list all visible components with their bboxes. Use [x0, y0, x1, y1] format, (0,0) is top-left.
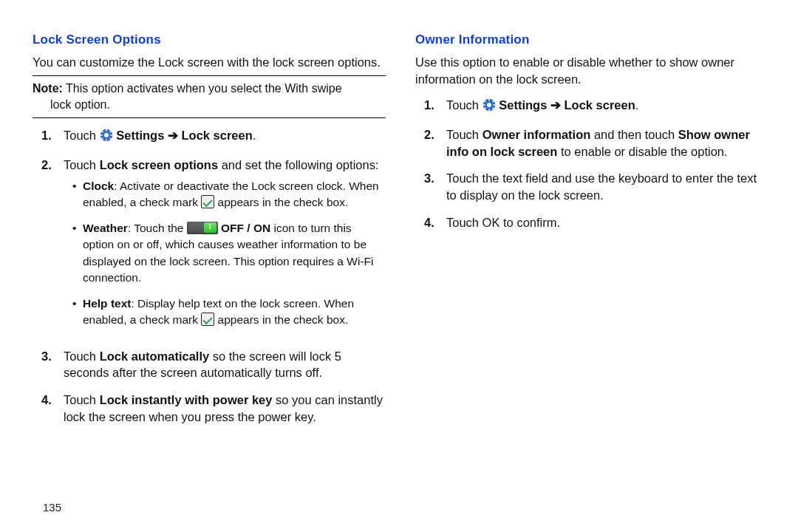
bold-text: Lock screen options [100, 158, 218, 171]
svg-rect-13 [488, 109, 490, 111]
step-number: 2. [41, 157, 52, 174]
step-text: Touch OK to confirm. [446, 216, 560, 229]
bullet-list: Clock: Activate or deactivate the Lock s… [64, 178, 386, 333]
step-item: 2. Touch Owner information and then touc… [424, 126, 768, 166]
svg-rect-12 [488, 99, 490, 101]
step-text: Touch [64, 129, 100, 142]
step-tail: to enable or disable the option. [557, 145, 727, 158]
step-item: 4. Touch Lock instantly with power key s… [41, 392, 386, 432]
note-label: Note: [33, 82, 63, 95]
divider [33, 75, 386, 76]
svg-rect-15 [493, 104, 495, 106]
svg-point-1 [104, 133, 109, 137]
step-text: Touch [446, 128, 482, 141]
step-number: 2. [424, 126, 434, 143]
note-text: This option activates when you select th… [63, 82, 342, 95]
svg-rect-3 [106, 140, 107, 142]
page-number: 135 [43, 500, 61, 516]
step-item: 3. Touch Lock automatically so the scree… [41, 348, 386, 388]
step-item: 1. Touch Settings ➔ Lock screen. [424, 97, 768, 122]
svg-rect-5 [110, 135, 112, 137]
toggle-off-on-icon [187, 222, 218, 234]
svg-rect-14 [482, 104, 485, 106]
svg-point-11 [487, 103, 491, 107]
heading-lock-screen-options: Lock Screen Options [33, 31, 386, 48]
note-block: Note: This option activates when you sel… [33, 81, 386, 113]
bold-text: Lock instantly with power key [100, 393, 273, 406]
bullet-text: : Touch the [128, 222, 187, 234]
bold-text: OFF / ON [218, 222, 270, 234]
bold-lockscreen: Lock screen [564, 98, 635, 112]
steps-list: 1. Touch Settings ➔ Lock screen. 2. Touc… [33, 127, 386, 431]
divider [33, 117, 386, 118]
bullet-item-weather: Weather: Touch the OFF / ON icon to turn… [72, 220, 386, 291]
intro-text: You can customize the Lock screen with t… [33, 54, 386, 71]
intro-text: Use this option to enable or disable whe… [415, 54, 768, 88]
step-number: 3. [424, 170, 434, 187]
step-text: Touch [64, 349, 100, 363]
bullet-text: appears in the check box. [214, 313, 348, 326]
bold-lockscreen: Lock screen [181, 129, 252, 142]
checkmark-icon [201, 195, 214, 208]
step-item: 1. Touch Settings ➔ Lock screen. [41, 127, 386, 152]
arrow-icon: ➔ [547, 98, 564, 112]
manual-page: Lock Screen Options You can customize th… [0, 0, 798, 532]
bold-settings: Settings [116, 129, 164, 142]
step-number: 1. [41, 127, 52, 144]
bullet-item-clock: Clock: Activate or deactivate the Lock s… [72, 178, 386, 216]
step-text: Touch [446, 98, 482, 112]
step-text: Touch [64, 393, 100, 406]
bullet-item-helptext: Help text: Display help text on the lock… [72, 296, 386, 333]
left-column: Lock Screen Options You can customize th… [33, 25, 386, 532]
bullet-head: Help text [83, 297, 131, 310]
step-item: 2. Touch Lock screen options and set the… [41, 157, 386, 344]
step-number: 4. [424, 214, 434, 231]
bold-text: Lock automatically [100, 349, 210, 363]
bold-text: Owner information [482, 128, 591, 141]
heading-owner-information: Owner Information [415, 31, 768, 48]
bold-settings: Settings [499, 98, 547, 112]
svg-rect-4 [100, 135, 102, 137]
settings-gear-icon [100, 129, 113, 146]
step-number: 4. [41, 392, 52, 409]
right-column: Owner Information Use this option to ena… [415, 25, 768, 532]
svg-rect-2 [106, 129, 107, 132]
bullet-text: appears in the check box. [214, 196, 348, 208]
checkmark-icon [201, 313, 214, 326]
bullet-head: Weather [83, 222, 128, 234]
step-item: 3. Touch the text field and use the keyb… [424, 170, 768, 210]
steps-list: 1. Touch Settings ➔ Lock screen. 2. Touc… [415, 97, 768, 237]
step-tail: and set the following options: [218, 158, 378, 171]
step-number: 3. [41, 348, 52, 365]
step-text: Touch the text field and use the keyboar… [446, 171, 757, 202]
note-text-cont: lock option. [33, 97, 386, 113]
step-number: 1. [424, 97, 434, 114]
bullet-head: Clock [83, 180, 114, 192]
settings-gear-icon [482, 98, 496, 116]
step-tail: . [253, 129, 256, 142]
arrow-icon: ➔ [164, 129, 181, 142]
step-item: 4. Touch OK to confirm. [424, 214, 768, 237]
step-tail: . [635, 98, 639, 112]
step-text: Touch [64, 158, 100, 171]
step-text: and then touch [590, 128, 678, 141]
